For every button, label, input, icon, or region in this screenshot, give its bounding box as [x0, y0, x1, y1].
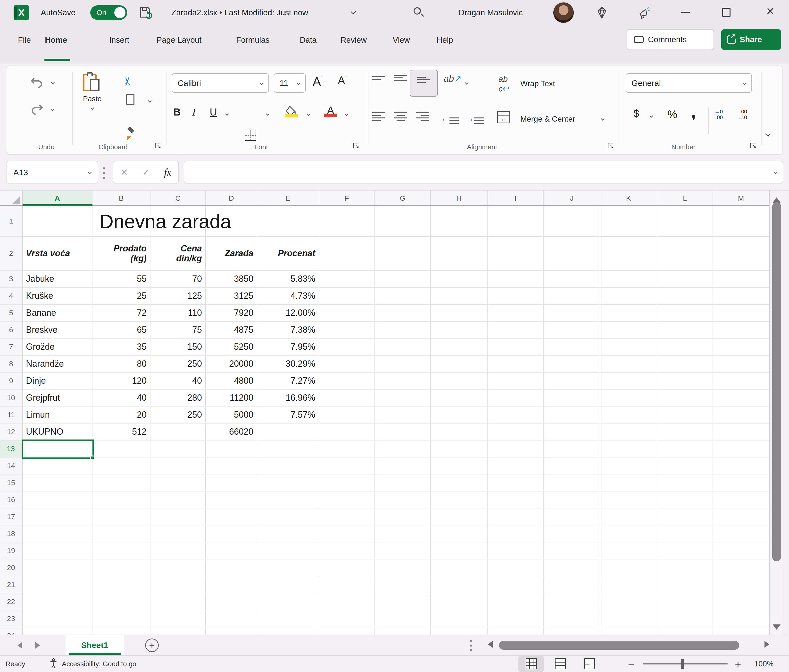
cell-J15[interactable]	[544, 474, 600, 492]
cell-A15[interactable]	[22, 474, 93, 492]
cell-I17[interactable]	[487, 508, 544, 525]
cell-D8[interactable]: 20000	[206, 356, 257, 372]
cell-A14[interactable]	[22, 458, 93, 474]
cell-J13[interactable]	[544, 441, 600, 458]
cell-J14[interactable]	[544, 458, 600, 474]
cell-M16[interactable]	[713, 492, 769, 508]
orientation-button[interactable]: ab↗	[444, 73, 462, 84]
row-header-10[interactable]: 10	[0, 389, 22, 407]
redo-button[interactable]	[28, 102, 46, 118]
underline-button[interactable]: U	[210, 106, 217, 118]
format-painter-button[interactable]	[123, 128, 135, 139]
autosave-toggle[interactable]: On	[90, 5, 127, 20]
cell-M15[interactable]	[713, 474, 769, 492]
column-header-g[interactable]: G	[375, 190, 431, 206]
cell-G1[interactable]	[375, 206, 431, 236]
cell-J1[interactable]	[544, 206, 600, 236]
enter-button[interactable]: ✓	[142, 167, 150, 178]
cell-C16[interactable]	[150, 492, 206, 508]
zoom-slider-handle[interactable]	[681, 659, 684, 669]
menu-tab-page-layout[interactable]: Page Layout	[157, 35, 201, 45]
cell-E20[interactable]	[257, 559, 319, 576]
cell-E12[interactable]	[257, 423, 319, 441]
cell-I11[interactable]	[487, 407, 544, 423]
cell-B22[interactable]	[93, 593, 150, 610]
cell-J2[interactable]	[544, 236, 600, 271]
cell-M20[interactable]	[713, 559, 769, 576]
cell-F12[interactable]	[319, 423, 375, 441]
undo-button[interactable]	[28, 76, 46, 91]
cell-K5[interactable]	[600, 305, 657, 322]
cell-A8[interactable]: Narandže	[22, 356, 93, 372]
row-header-6[interactable]: 6	[0, 322, 22, 338]
cell-M17[interactable]	[713, 508, 769, 525]
tab-scroll-splitter[interactable]	[470, 640, 472, 651]
cell-A9[interactable]: Dinje	[22, 372, 93, 389]
cell-M23[interactable]	[713, 610, 769, 627]
column-header-j[interactable]: J	[544, 190, 600, 206]
cell-E21[interactable]	[257, 576, 319, 593]
cell-B20[interactable]	[93, 559, 150, 576]
cell-L12[interactable]	[657, 423, 713, 441]
column-header-f[interactable]: F	[319, 190, 375, 206]
excel-app-icon[interactable]: X	[14, 5, 29, 21]
accounting-format-button[interactable]: $	[633, 108, 639, 120]
cell-A2[interactable]: Vrsta voća	[22, 236, 93, 271]
menu-tab-file[interactable]: File	[18, 35, 31, 45]
cell-D17[interactable]	[206, 508, 257, 525]
cell-I3[interactable]	[487, 271, 544, 287]
cell-L9[interactable]	[657, 372, 713, 389]
cell-B3[interactable]: 55	[93, 271, 150, 287]
status-accessibility[interactable]: Accessibility: Good to go	[62, 660, 136, 668]
cell-B10[interactable]: 40	[93, 389, 150, 407]
column-header-m[interactable]: M	[713, 190, 769, 206]
cell-H7[interactable]	[431, 338, 487, 356]
cell-A17[interactable]	[22, 508, 93, 525]
cell-G12[interactable]	[375, 423, 431, 441]
cell-A4[interactable]: Kruške	[22, 287, 93, 305]
align-left-button[interactable]	[372, 112, 385, 121]
cell-C11[interactable]: 250	[150, 407, 206, 423]
cell-C9[interactable]: 40	[150, 372, 206, 389]
cell-F1[interactable]	[319, 206, 375, 236]
cell-L20[interactable]	[657, 559, 713, 576]
cell-F23[interactable]	[319, 610, 375, 627]
copy-dropdown-chevron-icon[interactable]	[148, 99, 152, 103]
cell-J10[interactable]	[544, 389, 600, 407]
cell-K3[interactable]	[600, 271, 657, 287]
cell-G15[interactable]	[375, 474, 431, 492]
cell-I2[interactable]	[487, 236, 544, 271]
cell-A11[interactable]: Limun	[22, 407, 93, 423]
cell-F21[interactable]	[319, 576, 375, 593]
column-header-h[interactable]: H	[431, 190, 487, 206]
scroll-down-arrow-icon[interactable]	[773, 624, 781, 634]
cell-G10[interactable]	[375, 389, 431, 407]
cell-I5[interactable]	[487, 305, 544, 322]
cell-D9[interactable]: 4800	[206, 372, 257, 389]
cell-E17[interactable]	[257, 508, 319, 525]
cell-H8[interactable]	[431, 356, 487, 372]
column-header-a[interactable]: A	[22, 190, 93, 206]
cell-E23[interactable]	[257, 610, 319, 627]
bottom-align-button[interactable]	[410, 70, 438, 97]
cell-C22[interactable]	[150, 593, 206, 610]
name-box[interactable]: A13	[6, 161, 98, 184]
user-avatar[interactable]	[553, 2, 574, 23]
column-header-b[interactable]: B	[93, 190, 150, 206]
cell-G8[interactable]	[375, 356, 431, 372]
page-break-view-button[interactable]	[584, 658, 595, 669]
cell-F16[interactable]	[319, 492, 375, 508]
cell-B15[interactable]	[93, 474, 150, 492]
cell-D4[interactable]: 3125	[206, 287, 257, 305]
cell-G23[interactable]	[375, 610, 431, 627]
cell-C17[interactable]	[150, 508, 206, 525]
zoom-out-button[interactable]: −	[628, 659, 634, 671]
cell-H21[interactable]	[431, 576, 487, 593]
cell-F19[interactable]	[319, 543, 375, 559]
cancel-button[interactable]: ✕	[120, 167, 128, 178]
cell-E1[interactable]	[257, 206, 319, 236]
copy-button[interactable]	[126, 94, 134, 105]
cell-D2[interactable]: Zarada	[206, 236, 257, 271]
cell-E9[interactable]: 7.27%	[257, 372, 319, 389]
cell-F4[interactable]	[319, 287, 375, 305]
